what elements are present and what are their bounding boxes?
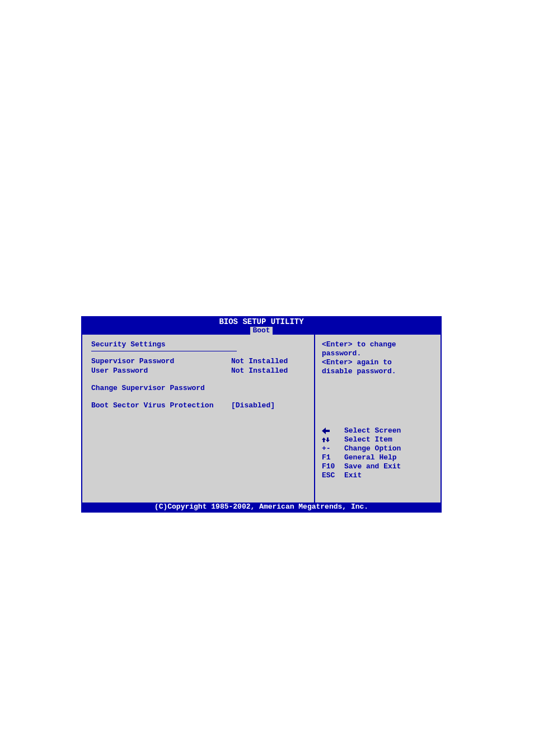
- body-area: Security Settings Supervisor Password No…: [82, 335, 441, 503]
- user-password-value: Not Installed: [231, 367, 288, 375]
- action-row-change-supervisor[interactable]: Change Supervisor Password: [91, 384, 305, 392]
- nav-row-general-help: F1 General Help: [322, 453, 434, 462]
- main-panel: Security Settings Supervisor Password No…: [82, 335, 315, 503]
- nav-key-plusminus: +-: [322, 444, 344, 453]
- footer-bar: (C)Copyright 1985-2002, American Megatre…: [82, 503, 441, 511]
- help-panel: <Enter> to change password. <Enter> agai…: [315, 335, 441, 503]
- help-line-3: disable password.: [322, 367, 434, 376]
- nav-key-f1: F1: [322, 453, 344, 462]
- boot-sector-virus-protection-value: [Disabled]: [231, 401, 275, 410]
- status-row-user: User Password Not Installed: [91, 367, 305, 375]
- nav-key-esc: ESC: [322, 471, 344, 480]
- nav-block: Select Screen Select Item +- Change Opti…: [322, 426, 434, 480]
- nav-row-exit: ESC Exit: [322, 471, 434, 480]
- change-supervisor-password-label: Change Supervisor Password: [91, 384, 231, 392]
- nav-desc-general-help: General Help: [344, 453, 397, 462]
- nav-row-select-item: Select Item: [322, 435, 434, 444]
- nav-row-save-exit: F10 Save and Exit: [322, 462, 434, 471]
- bios-setup-window: BIOS SETUP UTILITY Boot Security Setting…: [81, 316, 442, 513]
- option-row-boot-sector[interactable]: Boot Sector Virus Protection [Disabled]: [91, 401, 305, 410]
- nav-desc-exit: Exit: [344, 471, 362, 480]
- status-row-supervisor: Supervisor Password Not Installed: [91, 357, 305, 365]
- arrow-left-icon: [322, 426, 344, 435]
- nav-key-f10: F10: [322, 462, 344, 471]
- tab-boot[interactable]: Boot: [250, 327, 272, 335]
- section-heading: Security Settings: [91, 340, 305, 349]
- nav-desc-save-exit: Save and Exit: [344, 462, 401, 471]
- help-line-0: <Enter> to change: [322, 340, 434, 349]
- nav-desc-select-screen: Select Screen: [344, 426, 401, 435]
- help-text: <Enter> to change password. <Enter> agai…: [322, 340, 434, 376]
- help-line-2: <Enter> again to: [322, 358, 434, 367]
- nav-row-select-screen: Select Screen: [322, 426, 434, 435]
- help-line-1: password.: [322, 349, 434, 358]
- user-password-label: User Password: [91, 367, 231, 375]
- tab-row: Boot: [82, 326, 441, 335]
- nav-desc-change-option: Change Option: [344, 444, 401, 453]
- heading-underline: [91, 351, 237, 351]
- nav-row-change-option: +- Change Option: [322, 444, 434, 453]
- boot-sector-virus-protection-label: Boot Sector Virus Protection: [91, 401, 231, 410]
- arrows-updown-icon: [322, 435, 344, 444]
- supervisor-password-value: Not Installed: [231, 357, 288, 365]
- title-bar: BIOS SETUP UTILITY: [82, 317, 441, 326]
- nav-desc-select-item: Select Item: [344, 435, 392, 444]
- supervisor-password-label: Supervisor Password: [91, 357, 231, 365]
